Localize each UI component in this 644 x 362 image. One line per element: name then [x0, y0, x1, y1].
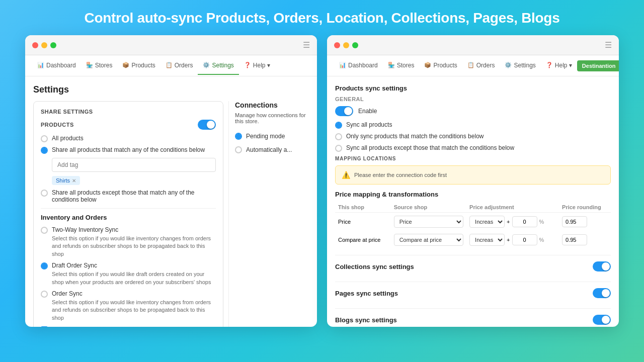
- nav-help[interactable]: ❓ Help ▾: [239, 57, 275, 75]
- tag-shirts: Shirts ✕: [52, 176, 80, 185]
- collections-toggle[interactable]: [593, 261, 611, 272]
- window-controls: [32, 42, 56, 48]
- price-row-2: Compare at price Compare at price Increa…: [335, 231, 611, 249]
- enable-toggle[interactable]: [335, 106, 353, 116]
- right-minimize-button[interactable]: [343, 42, 349, 48]
- price-increase-select-2[interactable]: Increase: [469, 234, 505, 246]
- right-hamburger-icon[interactable]: ☰: [605, 40, 612, 50]
- radio-except-conditions[interactable]: Share all products except those that mat…: [41, 189, 216, 203]
- radio-two-way-sync[interactable]: Two-Way Inventory Sync: [41, 226, 216, 234]
- right-nav-dashboard[interactable]: 📊 Dashboard: [334, 57, 383, 75]
- radio-draft-order-circle: [41, 262, 48, 269]
- tag-shirts-remove[interactable]: ✕: [72, 178, 76, 184]
- pending-mode-radio: [235, 133, 242, 140]
- order-notification-label: Order Notification: [52, 326, 216, 327]
- price-this-shop-1: Price: [335, 213, 391, 231]
- percent-2: %: [539, 237, 544, 243]
- warning-text: Please enter the connection code first: [354, 172, 447, 178]
- right-radio-sync-all[interactable]: Sync all products: [335, 121, 611, 129]
- settings-title: Settings: [33, 84, 309, 95]
- nav-orders[interactable]: 📋 Orders: [160, 57, 198, 75]
- pending-mode-label: Pending mode: [246, 133, 285, 140]
- price-this-shop-2: Compare at price: [335, 231, 391, 249]
- hamburger-icon[interactable]: ☰: [303, 40, 310, 50]
- right-nav-orders-label: Orders: [476, 62, 495, 69]
- price-source-shop-2: Compare at price: [391, 231, 466, 249]
- general-label: General: [335, 96, 611, 102]
- stores-icon: 🏪: [86, 62, 93, 68]
- right-orders-icon: 📋: [467, 62, 474, 68]
- pending-mode-item[interactable]: Pending mode: [235, 129, 309, 143]
- pages-sync-section: Pages sync settings: [335, 288, 611, 309]
- radio-order-sync-circle: [41, 291, 48, 298]
- right-radio-sync-match-label: Only sync products that match the condit…: [346, 133, 484, 140]
- nav-settings[interactable]: ⚙️ Settings: [198, 57, 238, 75]
- products-toggle[interactable]: [198, 120, 216, 130]
- tag-input[interactable]: [52, 158, 216, 172]
- destination-badge: Destinantion: [577, 60, 619, 71]
- right-nav-settings-label: Settings: [514, 62, 535, 69]
- price-value-input-1[interactable]: [512, 216, 537, 227]
- nav-dashboard[interactable]: 📊 Dashboard: [32, 57, 81, 75]
- right-nav-stores-label: Stores: [397, 62, 415, 69]
- nav-settings-label: Settings: [212, 62, 233, 69]
- price-source-select-2[interactable]: Compare at price: [394, 234, 463, 246]
- radio-all-products[interactable]: All products: [41, 135, 216, 142]
- right-radio-sync-all-circle: [335, 122, 342, 129]
- radio-two-way-label: Two-Way Inventory Sync: [52, 226, 118, 233]
- right-maximize-button[interactable]: [352, 42, 358, 48]
- right-nav-dashboard-label: Dashboard: [348, 62, 378, 69]
- right-nav-products[interactable]: 📦 Products: [419, 57, 462, 75]
- price-round-input-1[interactable]: [562, 216, 587, 227]
- price-rounding-1: [559, 213, 611, 231]
- right-titlebar: ☰: [327, 35, 619, 55]
- col-this-shop: This shop: [335, 202, 391, 213]
- radio-two-way-circle: [41, 227, 48, 234]
- share-settings-panel: Share settings PRODUCTS All products: [33, 101, 223, 327]
- right-close-button[interactable]: [334, 42, 340, 48]
- radio-draft-order[interactable]: Draft Order Sync: [41, 262, 216, 269]
- help-icon: ❓: [244, 62, 251, 68]
- minimize-button[interactable]: [41, 42, 47, 48]
- price-mapping-title: Price mapping & transformations: [335, 191, 611, 198]
- radio-match-conditions[interactable]: Share all products that match any of the…: [41, 146, 216, 154]
- order-notification-option: ✓ Order Notification Receive email notif…: [41, 326, 216, 327]
- nav-stores[interactable]: 🏪 Stores: [81, 57, 118, 75]
- right-settings-icon: ⚙️: [505, 62, 512, 68]
- pages-sync-title: Pages sync settings: [335, 290, 398, 297]
- right-stores-icon: 🏪: [388, 62, 395, 68]
- nav-orders-label: Orders: [175, 62, 193, 69]
- pages-toggle[interactable]: [593, 288, 611, 298]
- nav-products[interactable]: 📦 Products: [117, 57, 160, 75]
- auto-item[interactable]: Automatically a...: [235, 143, 309, 156]
- blogs-toggle[interactable]: [593, 315, 611, 325]
- close-button[interactable]: [32, 42, 38, 48]
- right-help-icon: ❓: [546, 62, 553, 68]
- settings-icon: ⚙️: [203, 62, 210, 68]
- col-price-rounding: Price rounding: [559, 202, 611, 213]
- warning-box: ⚠️ Please enter the connection code firs…: [335, 165, 611, 185]
- price-source-select-1[interactable]: Price: [394, 216, 463, 228]
- right-radio-sync-except[interactable]: Sync all products except those that matc…: [335, 144, 611, 152]
- price-round-input-2[interactable]: [562, 234, 587, 245]
- right-nav-stores[interactable]: 🏪 Stores: [383, 57, 420, 75]
- collections-sync-section: Collections sync settings: [335, 261, 611, 282]
- right-nav-help[interactable]: ❓ Help ▾: [541, 57, 577, 75]
- radio-order-sync[interactable]: Order Sync: [41, 290, 216, 298]
- price-increase-select-1[interactable]: Increase: [469, 216, 505, 228]
- right-radio-sync-match[interactable]: Only sync products that match the condit…: [335, 133, 611, 140]
- right-content: Products sync settings General Enable Sy…: [327, 76, 619, 327]
- order-notification-checkbox[interactable]: ✓: [41, 326, 48, 327]
- share-settings-box: Share settings PRODUCTS All products: [33, 101, 223, 327]
- right-radio-sync-except-label: Sync all products except those that matc…: [346, 144, 514, 151]
- price-rounding-2: [559, 231, 611, 249]
- mapping-locations-title: MAPPING LOCATIONS: [335, 156, 611, 161]
- price-value-input-2[interactable]: [512, 234, 537, 245]
- enable-label: Enable: [358, 108, 377, 115]
- right-nav-orders[interactable]: 📋 Orders: [462, 57, 500, 75]
- right-dashboard-icon: 📊: [339, 62, 346, 68]
- right-window-controls: [334, 42, 358, 48]
- col-price-adjustment: Price adjustment: [466, 202, 559, 213]
- right-nav-settings[interactable]: ⚙️ Settings: [500, 57, 540, 75]
- maximize-button[interactable]: [50, 42, 56, 48]
